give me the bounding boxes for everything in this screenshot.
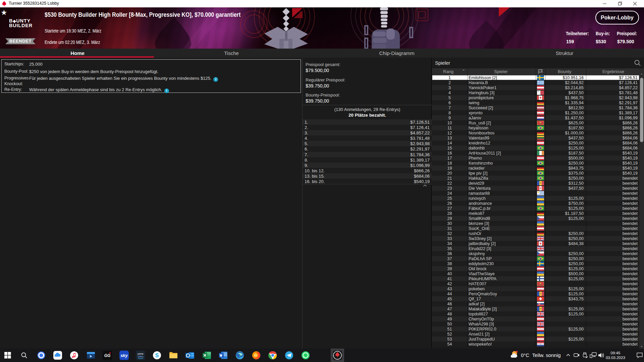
- svg-text:sky: sky: [120, 353, 128, 358]
- svg-text:GG: GG: [104, 353, 111, 358]
- svg-text:video: video: [138, 355, 144, 358]
- svg-text:S: S: [155, 353, 159, 358]
- svg-text:prime: prime: [138, 353, 144, 355]
